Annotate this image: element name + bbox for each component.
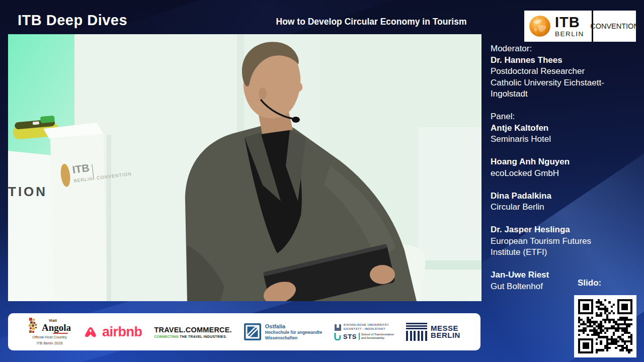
moderator-name: Dr. Hannes Thees: [491, 55, 639, 66]
ku-line: EICHSTÄTT - INGOLSTADT: [344, 327, 389, 331]
angola-swoosh: [53, 333, 68, 334]
panelist-name: Dr. Jasper Heslinga: [491, 224, 639, 236]
panelist-name: Dina Padalkina: [491, 191, 639, 202]
itb-logo-right-box: CONVENTION: [593, 11, 636, 42]
panelist-org: Gut Boltenhof: [491, 281, 639, 293]
itb-logo-berlin: BERLIN: [555, 31, 584, 38]
angola-name-text: Angola: [42, 323, 71, 332]
sponsor-airbnb: airbnb: [83, 324, 142, 340]
counter-partial-text: TION: [8, 184, 47, 199]
speaker-panel-info: Moderator: Dr. Hannes Thees Postdoctoral…: [491, 43, 639, 292]
moderator-line: Postdoctoral Researcher: [491, 66, 639, 77]
session-title: How to Develop Circular Economy in Touri…: [276, 17, 467, 27]
sponsor-banner: Visit Angola Official Host Country ITB B…: [8, 313, 480, 350]
panelist-name: Jan-Uwe Riest: [491, 269, 639, 281]
moderator-line: Ingolstadt: [491, 88, 639, 100]
itb-logo-text: ITB: [555, 15, 584, 30]
angola-mosaic-icon: [28, 318, 39, 334]
video-frame[interactable]: TION ITB BERLIN CONVENTION: [8, 34, 481, 301]
panelist-org: Seminaris Hotel: [491, 134, 639, 145]
ku-u-icon: [334, 324, 342, 331]
panelist-org: Circular Berlin: [491, 202, 639, 213]
panelist-org: ecoLocked GmbH: [491, 168, 639, 179]
moderator-label: Moderator:: [491, 43, 639, 55]
page-title: ITB Deep Dives: [18, 12, 127, 29]
slido-label: Slido:: [578, 278, 601, 288]
globe-icon: [528, 15, 551, 38]
sponsor-travel-commerce: TRAVEL.COMMERCE. CONNECTING THE TRAVEL I…: [154, 326, 231, 338]
ostfalia-icon: [244, 323, 261, 340]
itb-logo-convention: CONVENTION: [590, 22, 639, 30]
sponsor-messe-berlin: MESSE BERLIN: [406, 323, 460, 341]
messe-berlin-icon: [406, 323, 427, 341]
itb-logo-left-box: ITB BERLIN: [524, 11, 592, 42]
panelist-name: Hoang Anh Nguyen: [491, 156, 639, 168]
ostfalia-line: Wissenschaften: [265, 335, 322, 341]
slido-qr-code: [574, 295, 636, 357]
stage-counter: [8, 151, 57, 301]
sts-line: School of Transformation: [361, 333, 394, 336]
travel-commerce-name: TRAVEL.COMMERCE.: [154, 326, 231, 334]
messe-line: BERLIN: [431, 332, 460, 339]
sts-hook-icon: [334, 333, 341, 340]
travel-commerce-tagline: CONNECTING THE TRAVEL INDUSTRIES.: [154, 335, 226, 338]
sts-wordmark: STS: [343, 333, 357, 340]
stage-scene: TION ITB BERLIN CONVENTION: [8, 34, 481, 301]
panelist-org: European Tourism Futures: [491, 236, 639, 247]
ostfalia-line: Hochschule für angewandte: [265, 330, 322, 335]
angola-subtitle: Official Host Country: [32, 335, 67, 340]
sponsor-ku-eichstaett: KATHOLISCHE UNIVERSITÄT EICHSTÄTT - INGO…: [334, 323, 394, 340]
moderator-line: Catholic University Eichstaett-: [491, 77, 639, 89]
ku-line: KATHOLISCHE UNIVERSITÄT: [344, 323, 389, 327]
airbnb-wordmark: airbnb: [102, 324, 142, 340]
panel-label: Panel:: [491, 111, 639, 123]
panelist-org: Institute (ETFI): [491, 247, 639, 258]
itb-berlin-convention-logo: ITB BERLIN CONVENTION: [524, 11, 636, 42]
sponsor-ostfalia: Ostfalia Hochschule für angewandte Wisse…: [244, 323, 322, 341]
ostfalia-name: Ostfalia: [265, 323, 322, 330]
panelist-name: Antje Kaltofen: [491, 123, 639, 134]
airbnb-belo-icon: [83, 324, 98, 339]
sts-line: and Sustainability: [361, 336, 394, 340]
svg-text:ITB: ITB: [71, 162, 90, 175]
angola-subtitle: ITB Berlin 2026: [37, 341, 63, 346]
sponsor-visit-angola: Visit Angola Official Host Country ITB B…: [28, 318, 71, 346]
